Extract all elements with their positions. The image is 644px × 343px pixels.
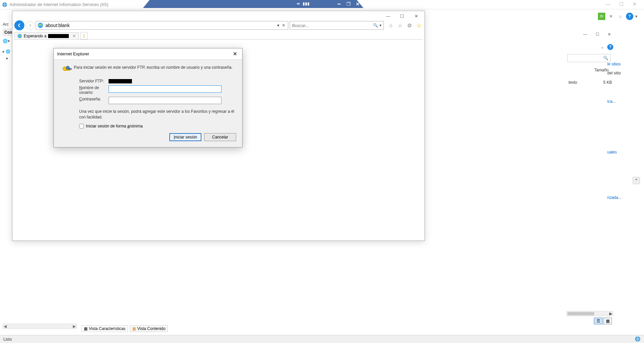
iis-statusbar: Listo (0, 335, 644, 343)
refresh-icon[interactable]: ⟳ (598, 13, 605, 20)
chevron-down-icon[interactable]: ⌄ (601, 45, 604, 49)
action-link-del-sitio: del sitio (607, 69, 641, 77)
tab-features-label: Vista Características (89, 326, 126, 331)
page-icon: ▯ (83, 33, 85, 38)
tab-content-view[interactable]: ▦ Vista Contenido (130, 325, 168, 332)
action-link-sitios[interactable]: le sitios (607, 59, 641, 69)
forward-button[interactable] (26, 21, 34, 30)
dropdown-icon[interactable]: ▾ (635, 14, 637, 19)
scroll-right-icon[interactable]: ▶ (609, 311, 612, 316)
home-icon[interactable]: ⌂ (617, 13, 624, 20)
tab-label-prefix: Esperando a (24, 34, 46, 38)
cancel-button[interactable]: Cancelar (204, 133, 236, 141)
action-link-ica[interactable]: ica... (607, 96, 641, 107)
iis-menubar: Arc (3, 21, 9, 28)
iis-mdi-minimize[interactable]: ━ (335, 0, 343, 8)
tab-close-icon[interactable]: ✕ (72, 34, 76, 38)
explorer-view-toggle: ☰ ▦ (594, 318, 612, 324)
svg-rect-7 (69, 68, 71, 69)
signal-icon: ▮▮▮ (303, 1, 310, 6)
login-button[interactable]: Iniciar sesión (169, 133, 201, 141)
status-text: Listo (3, 337, 12, 342)
dialog-note: Una vez que inicie la sesión, podrá agre… (79, 109, 236, 119)
anonymous-checkbox[interactable] (79, 124, 84, 128)
feedback-icon[interactable]: ☺ (415, 22, 423, 29)
address-bar[interactable]: ▾ ✕ (36, 21, 288, 30)
browser-tab[interactable]: Esperando a ✕ (14, 32, 79, 39)
content-icon: ▦ (132, 326, 136, 331)
ie-tabbar: Esperando a ✕ ▯ (14, 31, 423, 40)
tab-features-view[interactable]: ▦ Vista Características (82, 325, 128, 332)
search-icon[interactable]: 🔍 (373, 23, 378, 28)
back-button[interactable] (14, 20, 24, 30)
view-icons-button[interactable]: ▦ (603, 318, 612, 324)
dialog-message: Para iniciar sesión en este servidor FTP… (74, 65, 236, 70)
dialog-titlebar: Internet Explorer ✕ (54, 48, 242, 60)
stop-icon[interactable]: ✕ (282, 23, 285, 28)
iis-mdi-tab: ⇹ ▮▮▮ ━ ❐ ✕ (143, 0, 363, 8)
minimize-button[interactable]: — (601, 0, 615, 8)
actions-pane-collapse[interactable]: ⌃ (633, 177, 640, 184)
chevron-up-icon: ⌃ (635, 178, 638, 183)
username-label: Nombre de usuario: (79, 85, 109, 95)
password-label: Contraseña: (79, 97, 109, 101)
action-link-nzada[interactable]: nzada... (607, 192, 641, 203)
tree-node[interactable]: ▾ (6, 56, 13, 61)
username-input[interactable] (109, 85, 221, 93)
new-tab-button[interactable]: ▯ (80, 32, 88, 39)
tree-root[interactable]: ▸ 🌐 (3, 49, 13, 54)
menu-archivo[interactable]: Arc (3, 22, 9, 27)
address-dropdown-icon[interactable]: ▾ (277, 23, 279, 28)
password-input[interactable] (109, 97, 221, 104)
tools-icon[interactable]: ⚙ (406, 22, 413, 29)
ie-command-bar: ⌂ ☆ ⚙ ☺ (387, 22, 423, 29)
iis-mdi-restore[interactable]: ❐ (345, 0, 352, 8)
dropdown-icon[interactable]: ▾ (8, 39, 10, 43)
search-bar[interactable]: 🔍 ▾ (290, 21, 384, 30)
iis-app-icon (2, 2, 7, 7)
minimize-button[interactable]: — (579, 31, 591, 38)
status-world-icon (635, 336, 641, 342)
close-button[interactable]: ✕ (409, 12, 423, 20)
ftp-login-dialog: Internet Explorer ✕ Para iniciar sesión … (53, 48, 243, 147)
scrollbar-thumb[interactable] (568, 312, 594, 315)
iis-window-controls: — ☐ ✕ (601, 0, 641, 8)
dialog-body: Para iniciar sesión en este servidor FTP… (54, 60, 242, 147)
file-type-cell: texto (569, 80, 577, 85)
keys-icon (60, 65, 74, 76)
explorer-header-icons: ⟳ ✖ ⌂ ? ▾ (598, 13, 637, 20)
view-details-button[interactable]: ☰ (594, 318, 603, 324)
stop-icon[interactable]: ✖ (607, 13, 615, 20)
world-icon[interactable]: 🌐 (3, 39, 8, 43)
server-label: Servidor FTP: (79, 79, 109, 83)
maximize-button[interactable]: ☐ (591, 31, 603, 38)
minimize-button[interactable]: — (381, 12, 395, 20)
iis-connections-pane: Con 🌐▾ ▸ 🌐 ▾ (3, 29, 13, 333)
help-icon[interactable]: ? (626, 13, 633, 20)
search-input[interactable] (292, 23, 373, 28)
iis-title: Administrador de Internet Information Se… (9, 2, 108, 7)
maximize-button[interactable]: ☐ (615, 0, 628, 8)
explorer-hscroll[interactable]: ▶ (567, 311, 613, 316)
favorites-icon[interactable]: ☆ (396, 22, 404, 29)
tab-label-redacted (48, 34, 69, 38)
home-icon[interactable]: ⌂ (387, 22, 394, 29)
search-dropdown-icon[interactable]: ▾ (379, 23, 381, 28)
column-header-size[interactable]: Tamaño (594, 68, 609, 72)
left-pane-hscroll[interactable]: ◀▶ (3, 324, 77, 329)
address-input[interactable] (45, 23, 276, 28)
iis-mdi-icons: ⇹ ▮▮▮ (297, 1, 310, 6)
explorer-search[interactable]: 🔍 (567, 54, 611, 62)
anonymous-checkbox-row: Iniciar sesión de forma anónima (79, 124, 236, 128)
connections-header: Con (3, 29, 13, 36)
action-link-uales[interactable]: uales (607, 147, 641, 157)
password-field-row: Contraseña: (79, 97, 236, 104)
username-field-row: Nombre de usuario: (79, 85, 236, 95)
pin-icon: ⇹ (297, 1, 300, 6)
maximize-button[interactable]: ☐ (395, 12, 409, 20)
dialog-close-button[interactable]: ✕ (231, 51, 239, 57)
close-button[interactable]: ✕ (628, 0, 641, 8)
server-field-row: Servidor FTP: (79, 79, 236, 83)
anonymous-label[interactable]: Iniciar sesión de forma anónima (86, 124, 143, 128)
features-icon: ▦ (84, 326, 88, 331)
